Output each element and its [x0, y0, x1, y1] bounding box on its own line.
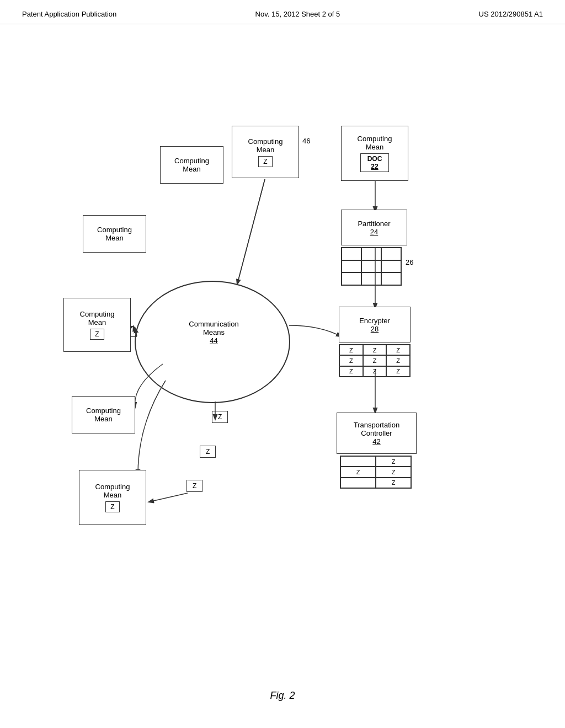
- cm7-inner-z: Z: [105, 501, 119, 512]
- cm2-label: ComputingMean: [248, 137, 283, 154]
- cm3-label: ComputingMean: [97, 226, 132, 242]
- cm6-label: ComputingMean: [86, 406, 121, 423]
- figure-caption: Fig. 2: [270, 690, 295, 702]
- header-middle: Nov. 15, 2012 Sheet 2 of 5: [255, 10, 340, 18]
- svg-line-1: [237, 179, 265, 284]
- cm1-label: ComputingMean: [174, 157, 209, 173]
- floating-z-3: Z: [186, 480, 202, 492]
- badge-26: 26: [406, 258, 413, 266]
- svg-line-3: [134, 328, 136, 331]
- partition-grid-container: [341, 247, 402, 286]
- header-right: US 2012/290851 A1: [479, 10, 543, 18]
- encrypter-grid: Z Z Z Z Z Z Z Z Z: [339, 344, 411, 377]
- encrypter: Encrypter28: [339, 307, 411, 342]
- computing-mean-3: ComputingMean: [83, 215, 146, 253]
- computing-mean-6: ComputingMean: [72, 396, 135, 433]
- svg-line-2: [135, 328, 137, 336]
- page-header: Patent Application Publication Nov. 15, …: [0, 0, 565, 24]
- cm7-label: ComputingMean: [95, 483, 130, 499]
- comm-means-label: CommunicationMeans44: [168, 320, 259, 345]
- cm4-label: ComputingMean: [358, 135, 392, 151]
- encrypter-label: Encrypter28: [359, 317, 390, 333]
- computing-mean-1: ComputingMean: [160, 146, 223, 184]
- floating-z-1: Z: [212, 411, 228, 423]
- svg-point-0: [135, 281, 290, 403]
- cm4-inner-doc: DOC22: [360, 153, 390, 172]
- transport-controller: TransportationController42: [337, 413, 417, 454]
- floating-z-2: Z: [200, 446, 216, 458]
- partitioner-label: Partitioner24: [358, 220, 390, 236]
- cm5-inner-z: Z: [90, 329, 104, 340]
- computing-mean-4: ComputingMean DOC22: [341, 126, 408, 181]
- partitioner: Partitioner24: [341, 210, 407, 245]
- computing-mean-2: ComputingMean Z: [232, 126, 299, 178]
- badge-46: 46: [302, 137, 310, 145]
- transport-grid: Z Z Z Z: [340, 456, 412, 489]
- header-left: Patent Application Publication: [22, 10, 116, 18]
- cm2-inner-z: Z: [258, 156, 272, 167]
- computing-mean-5: ComputingMean Z: [63, 298, 131, 352]
- computing-mean-7: ComputingMean Z: [79, 470, 146, 525]
- transport-label: TransportationController42: [354, 421, 399, 446]
- diagram-area: ComputingMean ComputingMean Z 46 Computi…: [0, 55, 565, 689]
- cm5-label: ComputingMean: [80, 310, 115, 326]
